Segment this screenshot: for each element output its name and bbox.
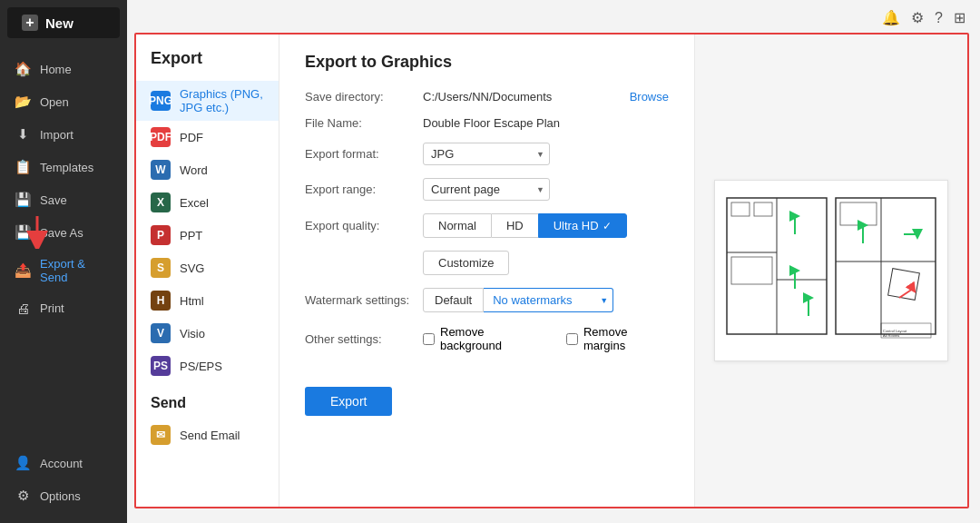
remove-background-checkbox[interactable]: Remove background bbox=[423, 325, 544, 352]
pseps-label: PS/EPS bbox=[180, 360, 222, 373]
sidebar-label-open: Open bbox=[40, 95, 69, 109]
visio-label: Visio bbox=[180, 327, 205, 340]
export-format-select[interactable]: JPG PNG BMP bbox=[423, 143, 550, 165]
grid-icon[interactable]: ⊞ bbox=[954, 9, 965, 26]
browse-button[interactable]: Browse bbox=[630, 90, 669, 104]
svg-rect-8 bbox=[731, 257, 772, 284]
save-icon: 💾 bbox=[15, 192, 31, 208]
export-nav-word[interactable]: W Word bbox=[136, 153, 279, 186]
remove-margins-checkbox[interactable]: Remove margins bbox=[566, 325, 669, 352]
home-icon: 🏠 bbox=[15, 61, 31, 77]
new-button[interactable]: + New bbox=[7, 7, 120, 38]
sidebar-nav: 🏠 Home 📂 Open ⬇ Import 📋 Templates 💾 Sav… bbox=[0, 45, 127, 447]
svg-rect-16 bbox=[840, 202, 877, 225]
watermark-select[interactable]: No watermarks Custom watermark bbox=[484, 288, 613, 312]
export-quality-row: Export quality: Normal HD Ultra HD Custo… bbox=[305, 213, 669, 275]
export-nav-pseps[interactable]: PS PS/EPS bbox=[136, 350, 279, 382]
watermark-group: Default No watermarks Custom watermark bbox=[423, 288, 613, 312]
sidebar-item-home[interactable]: 🏠 Home bbox=[0, 53, 127, 85]
print-icon: 🖨 bbox=[15, 301, 31, 316]
sidebar-item-export-send[interactable]: 📤 Export & Send bbox=[0, 249, 127, 292]
export-range-label: Export range: bbox=[305, 183, 423, 196]
html-label: Html bbox=[180, 294, 204, 308]
export-nav-graphics[interactable]: PNG Graphics (PNG, JPG etc.) bbox=[136, 81, 279, 121]
export-nav-svg[interactable]: S SVG bbox=[136, 252, 279, 284]
templates-icon: 📋 bbox=[15, 159, 31, 175]
export-nav-pdf[interactable]: PDF PDF bbox=[136, 121, 279, 153]
sidebar-item-save-as[interactable]: 💾 Save As bbox=[0, 216, 127, 249]
file-name-row: File Name: Double Floor Escape Plan bbox=[305, 116, 669, 130]
svg-text:All Rooms: All Rooms bbox=[883, 333, 899, 338]
export-nav-excel[interactable]: X Excel bbox=[136, 186, 279, 219]
svg-icon: S bbox=[151, 258, 171, 278]
notification-icon[interactable]: 🔔 bbox=[882, 9, 900, 26]
export-quality-label: Export quality: bbox=[305, 219, 423, 232]
export-format-label: Export format: bbox=[305, 147, 423, 161]
html-icon: H bbox=[151, 291, 171, 311]
watermark-default: Default bbox=[423, 288, 484, 312]
sidebar-bottom: 👤 Account ⚙ Options bbox=[0, 447, 127, 523]
email-label: Send Email bbox=[180, 429, 240, 442]
sidebar-item-open[interactable]: 📂 Open bbox=[0, 85, 127, 118]
new-label: New bbox=[45, 15, 74, 31]
export-button[interactable]: Export bbox=[305, 387, 392, 416]
quality-ultrahd-btn[interactable]: Ultra HD bbox=[538, 213, 627, 238]
sidebar-label-options: Options bbox=[40, 489, 81, 503]
sidebar: + New 🏠 Home 📂 Open ⬇ Import 📋 Templates… bbox=[0, 0, 127, 523]
svg-line-20 bbox=[899, 289, 913, 298]
export-nav-html[interactable]: H Html bbox=[136, 284, 279, 317]
svg-rect-7 bbox=[754, 202, 772, 216]
export-format-select-wrap: JPG PNG BMP bbox=[423, 143, 550, 165]
export-format-row: Export format: JPG PNG BMP bbox=[305, 143, 669, 165]
export-range-row: Export range: Current page All pages bbox=[305, 178, 669, 201]
sidebar-label-import: Import bbox=[40, 128, 74, 142]
svg-rect-6 bbox=[731, 202, 750, 216]
sidebar-item-account[interactable]: 👤 Account bbox=[0, 447, 127, 479]
export-section-title: Export bbox=[136, 49, 279, 81]
export-preview: Control Layout All Rooms bbox=[695, 35, 967, 507]
open-icon: 📂 bbox=[15, 94, 31, 110]
plus-icon: + bbox=[22, 15, 38, 31]
word-label: Word bbox=[180, 163, 208, 177]
export-nav-email[interactable]: ✉ Send Email bbox=[136, 419, 279, 451]
form-title: Export to Graphics bbox=[305, 53, 669, 72]
help-icon[interactable]: ? bbox=[935, 10, 943, 26]
remove-background-input[interactable] bbox=[423, 333, 435, 345]
sidebar-label-print: Print bbox=[40, 301, 64, 315]
export-nav-ppt[interactable]: P PPT bbox=[136, 219, 279, 252]
sidebar-label-account: Account bbox=[40, 457, 83, 470]
customize-button[interactable]: Customize bbox=[423, 251, 509, 275]
quality-normal-btn[interactable]: Normal bbox=[423, 213, 492, 238]
save-directory-label: Save directory: bbox=[305, 90, 423, 104]
floor-plan-preview: Control Layout All Rooms bbox=[722, 189, 940, 352]
sidebar-item-print[interactable]: 🖨 Print bbox=[0, 292, 127, 324]
sidebar-item-save[interactable]: 💾 Save bbox=[0, 183, 127, 216]
export-range-select-wrap: Current page All pages bbox=[423, 178, 550, 201]
sidebar-label-export-send: Export & Send bbox=[40, 257, 113, 284]
sidebar-item-options[interactable]: ⚙ Options bbox=[0, 479, 127, 512]
quality-hd-btn[interactable]: HD bbox=[492, 213, 538, 238]
ppt-label: PPT bbox=[180, 229, 202, 242]
file-name-label: File Name: bbox=[305, 116, 423, 130]
graphics-icon: PNG bbox=[151, 91, 171, 111]
export-icon: 📤 bbox=[15, 262, 31, 279]
export-nav-visio[interactable]: V Visio bbox=[136, 317, 279, 350]
email-icon: ✉ bbox=[151, 425, 171, 445]
watermark-select-wrap: No watermarks Custom watermark bbox=[484, 288, 613, 312]
account-icon: 👤 bbox=[15, 455, 31, 471]
sidebar-label-templates: Templates bbox=[40, 161, 93, 174]
preview-card: Control Layout All Rooms bbox=[714, 180, 948, 361]
arrow-indicator bbox=[22, 214, 53, 252]
remove-margins-input[interactable] bbox=[566, 333, 578, 345]
remove-margins-label: Remove margins bbox=[583, 325, 669, 352]
graphics-label: Graphics (PNG, JPG etc.) bbox=[180, 87, 264, 114]
sidebar-item-import[interactable]: ⬇ Import bbox=[0, 118, 127, 151]
excel-icon: X bbox=[151, 192, 171, 212]
send-title: Send bbox=[136, 382, 279, 419]
visio-icon: V bbox=[151, 323, 171, 343]
export-range-select[interactable]: Current page All pages bbox=[423, 178, 550, 201]
settings-icon[interactable]: ⚙ bbox=[911, 9, 924, 26]
sidebar-item-templates[interactable]: 📋 Templates bbox=[0, 151, 127, 183]
sidebar-label-save: Save bbox=[40, 193, 67, 207]
save-directory-value: C:/Users/NN/Documents bbox=[423, 90, 619, 104]
